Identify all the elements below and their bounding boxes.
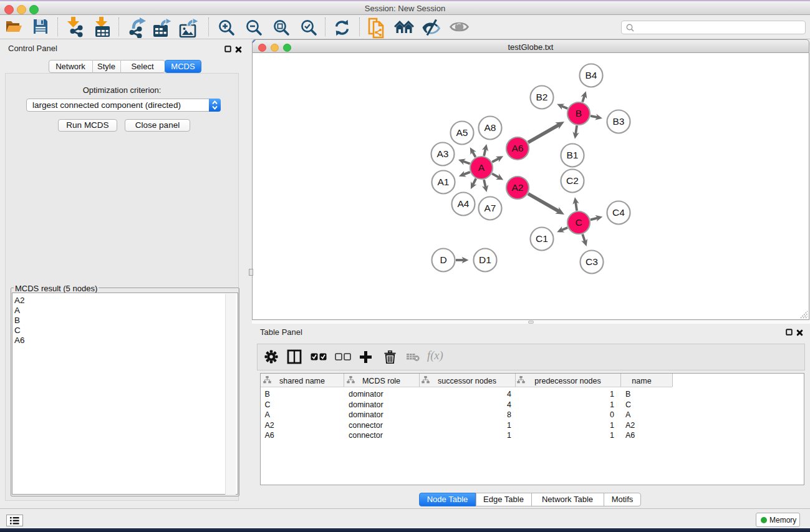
svg-text:A7: A7 xyxy=(485,203,496,213)
svg-text:A8: A8 xyxy=(485,122,496,133)
svg-text:A2: A2 xyxy=(512,182,524,193)
svg-text:D: D xyxy=(440,254,446,265)
svg-text:C2: C2 xyxy=(566,175,579,186)
svg-text:B3: B3 xyxy=(613,116,625,127)
svg-text:A3: A3 xyxy=(437,148,449,159)
svg-text:A: A xyxy=(478,162,485,173)
svg-text:B2: B2 xyxy=(536,92,548,102)
svg-text:A6: A6 xyxy=(512,143,524,153)
svg-text:C4: C4 xyxy=(612,207,625,218)
svg-text:A5: A5 xyxy=(456,127,468,138)
svg-text:C1: C1 xyxy=(536,233,548,244)
svg-text:C3: C3 xyxy=(586,256,598,267)
svg-text:A1: A1 xyxy=(438,177,450,187)
svg-text:A4: A4 xyxy=(458,198,470,209)
svg-text:B4: B4 xyxy=(586,70,597,80)
svg-text:B: B xyxy=(576,108,582,118)
svg-text:B1: B1 xyxy=(567,150,579,160)
svg-text:C: C xyxy=(575,217,582,228)
svg-text:D1: D1 xyxy=(479,254,491,265)
